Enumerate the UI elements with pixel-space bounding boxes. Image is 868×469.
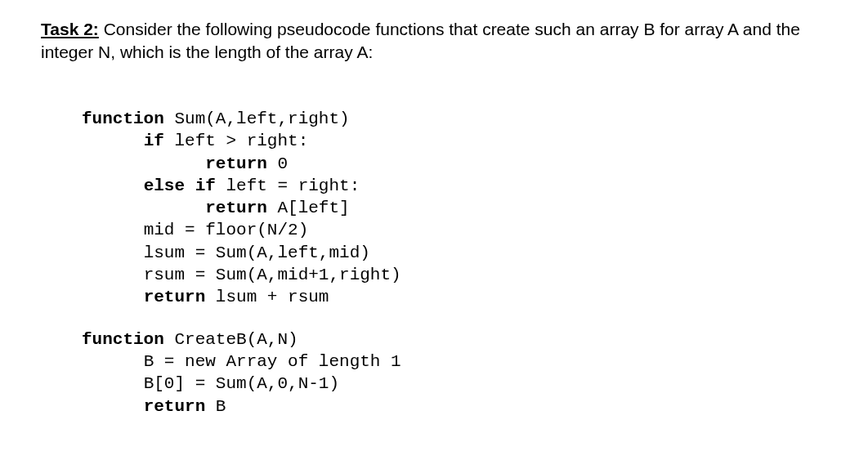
kw-function: function bbox=[82, 109, 164, 128]
b0-line: B[0] = Sum(A,0,N-1) bbox=[144, 374, 339, 393]
kw-return: return bbox=[205, 154, 267, 173]
ret1-val: 0 bbox=[267, 154, 288, 173]
ret3-val: lsum + rsum bbox=[205, 288, 329, 306]
elseif-cond: left = right: bbox=[216, 176, 360, 195]
intro-text: Consider the following pseudocode functi… bbox=[41, 20, 800, 61]
ret2-val: A[left] bbox=[267, 199, 350, 217]
ret-val: B bbox=[205, 397, 226, 416]
kw-function: function bbox=[82, 330, 164, 349]
mid-line: mid = floor(N/2) bbox=[144, 221, 309, 239]
task-label: Task 2: bbox=[41, 20, 99, 38]
code-gap bbox=[82, 309, 827, 328]
kw-elseif: else if bbox=[144, 176, 216, 195]
b-line: B = new Array of length 1 bbox=[144, 352, 401, 371]
createb-signature: CreateB(A,N) bbox=[164, 330, 298, 349]
kw-return: return bbox=[144, 288, 206, 306]
rsum-line: rsum = Sum(A,mid+1,right) bbox=[144, 266, 401, 284]
kw-if: if bbox=[144, 132, 164, 150]
sum-signature: Sum(A,left,right) bbox=[164, 109, 350, 128]
kw-return: return bbox=[205, 199, 267, 217]
lsum-line: lsum = Sum(A,left,mid) bbox=[144, 243, 370, 262]
intro-paragraph: Task 2: Consider the following pseudocod… bbox=[41, 18, 827, 65]
kw-return: return bbox=[144, 397, 206, 416]
if-cond: left > right: bbox=[164, 132, 308, 150]
code-block: function Sum(A,left,right) if left > rig… bbox=[82, 86, 827, 418]
